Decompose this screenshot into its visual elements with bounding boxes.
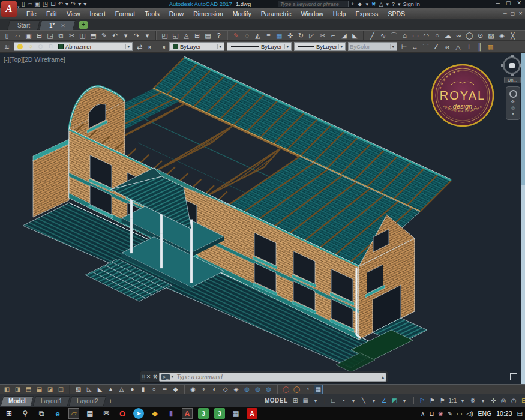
plot-icon[interactable]: ⊟: [35, 31, 44, 40]
spline-icon[interactable]: ∾: [454, 31, 463, 40]
help-menu-icon[interactable]: ▾: [398, 1, 401, 7]
layer-states-icon[interactable]: ⇄: [135, 42, 144, 52]
materials-icon[interactable]: ◇: [221, 385, 230, 394]
layer-on-icon[interactable]: ⬤: [16, 43, 25, 50]
block-icon[interactable]: ◈: [497, 31, 506, 40]
command-line-bar[interactable]: ⣿ ✕ ⚒ >_ ▾ ▴: [140, 371, 388, 383]
scale-icon[interactable]: ◸: [307, 31, 316, 40]
match-properties-icon[interactable]: ✎: [100, 31, 109, 40]
tray-expand-icon[interactable]: ∧: [421, 408, 425, 419]
tab-drawing-1[interactable]: 1*✕: [39, 20, 76, 30]
move-icon[interactable]: ✜: [286, 31, 295, 40]
layer-merge-icon[interactable]: ◫: [56, 385, 65, 394]
wedge-icon[interactable]: ◣: [95, 385, 104, 394]
undo-menu-icon[interactable]: ▾: [65, 1, 68, 8]
xref-icon[interactable]: ╳: [508, 31, 517, 40]
layer-iso-icon[interactable]: ⬒: [24, 385, 33, 394]
tray-volume-icon[interactable]: ◁): [466, 408, 473, 419]
revcloud-icon[interactable]: ☁: [443, 31, 452, 40]
motion-path-icon[interactable]: ◯: [281, 385, 290, 394]
plot-icon[interactable]: ⊟: [50, 1, 55, 8]
layer-properties-manager-icon[interactable]: ≋: [2, 42, 11, 52]
fillet-icon[interactable]: ◢: [340, 31, 349, 40]
snap-menu-icon[interactable]: ▾: [312, 397, 320, 404]
animation-icon[interactable]: ◯: [292, 385, 301, 394]
menu-6[interactable]: Draw: [164, 9, 189, 19]
taskbar-telegram-icon[interactable]: ➤: [133, 408, 144, 419]
cut-icon[interactable]: ✂: [67, 31, 76, 40]
tab-model[interactable]: Model: [1, 396, 34, 406]
autocad-app-logo[interactable]: A: [1, 1, 17, 17]
save-icon[interactable]: ▣: [34, 1, 40, 8]
undo-icon[interactable]: ↶: [58, 1, 63, 8]
rectangle-icon[interactable]: ▭: [411, 31, 420, 40]
polysolid-icon[interactable]: ▧: [74, 385, 83, 394]
command-input-field[interactable]: >_ ▾ ▴: [159, 373, 386, 382]
sheet-set-icon[interactable]: ◰: [160, 31, 169, 40]
menu-11[interactable]: Help: [328, 9, 351, 19]
menu-0[interactable]: File: [22, 9, 41, 19]
tray-usb-icon[interactable]: ⊔: [429, 408, 434, 419]
visual-style-2-icon[interactable]: ◍: [253, 385, 262, 394]
navbar-menu-icon[interactable]: ▾: [512, 112, 514, 116]
new-tab-button[interactable]: +: [79, 21, 88, 29]
annotation-scale-label[interactable]: 1:1: [449, 397, 457, 404]
taskbar-opera-icon[interactable]: O: [117, 408, 128, 419]
annotation-visibility-icon[interactable]: ⚑: [428, 397, 436, 404]
menu-13[interactable]: SPDS: [383, 9, 410, 19]
viewcube-compass[interactable]: [503, 56, 521, 74]
ellipse-icon[interactable]: ◯: [465, 31, 474, 40]
table-icon[interactable]: ▤: [203, 31, 212, 40]
dim-diameter-icon[interactable]: ⌀: [443, 42, 452, 52]
viewcube-label[interactable]: Un...: [504, 77, 521, 83]
lineweight-combo[interactable]: ByLayer ▾: [294, 42, 346, 51]
undo-caret-icon[interactable]: ▾: [121, 31, 130, 40]
taskbar-app-yellow-icon[interactable]: ◆: [149, 408, 160, 419]
sign-in-button[interactable]: Sign In: [403, 1, 420, 7]
trim-icon[interactable]: ✂: [318, 31, 327, 40]
taskbar-app-green1-icon[interactable]: 3: [198, 408, 209, 419]
command-input[interactable]: [175, 373, 380, 381]
point-icon[interactable]: ⊙: [476, 31, 485, 40]
close-button[interactable]: ✕: [517, 0, 521, 6]
publish-icon[interactable]: ⧉: [56, 31, 65, 40]
layout-icon[interactable]: ⊞: [193, 31, 202, 40]
color-combo-caret-icon[interactable]: ▾: [217, 44, 223, 49]
menu-12[interactable]: Express: [350, 9, 383, 19]
menu-5[interactable]: Tools: [140, 9, 164, 19]
taskbar-search-button[interactable]: ⚲: [20, 408, 31, 419]
rotate-icon[interactable]: ↻: [296, 31, 305, 40]
workspace-menu-icon[interactable]: ▾: [479, 397, 487, 404]
layer-combo[interactable]: ⬤☼◎⊓ Ab razmer ▾: [14, 42, 133, 51]
steering-wheel-icon[interactable]: ◔: [303, 385, 312, 394]
taskbar-taskview-button[interactable]: ⧉: [36, 408, 47, 419]
dim-radius-icon[interactable]: △: [454, 42, 463, 52]
camera-icon[interactable]: ◐: [210, 385, 219, 394]
taskbar-edge-icon[interactable]: e: [52, 408, 63, 419]
open-file-icon[interactable]: ▱: [28, 1, 32, 8]
taskbar-autocad-icon[interactable]: A: [182, 408, 193, 419]
dim-style-icon[interactable]: ▦: [486, 42, 495, 52]
annotation-monitor-icon[interactable]: ⚐: [418, 397, 426, 404]
grid-display-icon[interactable]: ⊞: [292, 397, 299, 404]
isometric-drafting-icon[interactable]: ╲: [360, 397, 368, 404]
autodesk-exchange-icon[interactable]: ✖: [371, 1, 376, 7]
redo-caret-icon[interactable]: ▾: [143, 31, 152, 40]
taskbar-app-green2-icon[interactable]: 3: [214, 408, 225, 419]
redo-menu-icon[interactable]: ▾: [78, 1, 81, 8]
search-icon[interactable]: ⌖: [351, 1, 354, 7]
taskbar-start-button[interactable]: ⊞: [4, 408, 14, 419]
mirror-icon[interactable]: ◭: [253, 31, 262, 40]
layer-vp-freeze-icon[interactable]: ◎: [36, 43, 45, 50]
command-grip-handle[interactable]: ⣿: [142, 374, 145, 380]
osnap-tracking-icon[interactable]: ∠: [380, 397, 388, 404]
chamfer-icon[interactable]: ◣: [350, 31, 359, 40]
a360-icon[interactable]: △: [379, 1, 383, 7]
dim-arc-icon[interactable]: ⌒: [421, 42, 430, 52]
linetype-combo[interactable]: ByLayer ▾: [227, 42, 292, 51]
steering-wheel-icon[interactable]: [509, 90, 517, 98]
pan-icon[interactable]: ✜: [511, 100, 515, 104]
polar-menu-icon[interactable]: ▾: [350, 397, 358, 404]
ortho-icon[interactable]: ∟: [329, 397, 337, 404]
vertical-scrollbar[interactable]: [521, 53, 525, 384]
